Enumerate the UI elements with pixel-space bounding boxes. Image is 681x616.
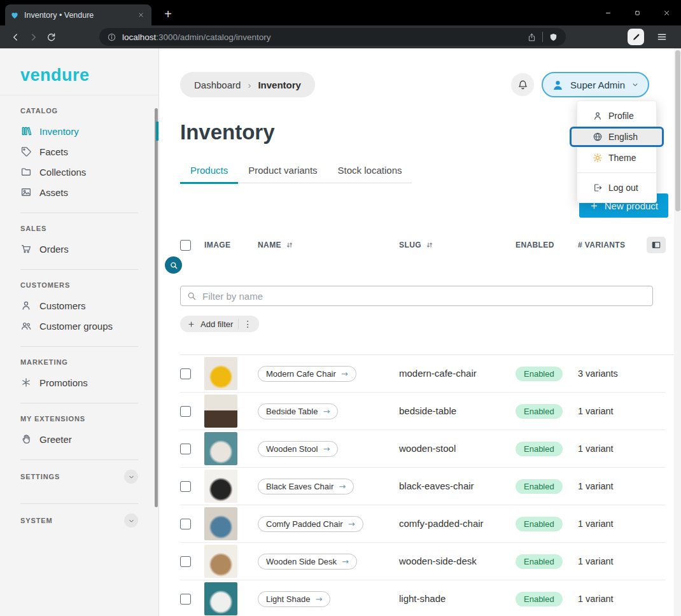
search-button[interactable] <box>165 256 182 274</box>
refresh-button[interactable] <box>42 28 60 46</box>
column-settings-button[interactable] <box>647 237 666 253</box>
row-checkbox[interactable] <box>180 481 191 492</box>
add-filter-button[interactable]: Add filter ⋮ <box>180 316 259 332</box>
browser-menu-button[interactable] <box>653 28 671 46</box>
minimize-icon <box>604 9 612 17</box>
kebab-menu-icon[interactable]: ⋮ <box>238 319 252 329</box>
product-slug: bedside-table <box>399 405 456 416</box>
pencil-icon <box>631 32 641 42</box>
sidebar-item-customer-groups[interactable]: Customer groups <box>0 316 158 336</box>
sidebar-section-system[interactable]: SYSTEM <box>0 504 158 537</box>
maximize-button[interactable] <box>622 0 652 25</box>
vendure-logo: vendure <box>0 48 158 95</box>
sidebar-item-collections[interactable]: Collections <box>0 162 158 182</box>
row-checkbox-cell <box>180 519 204 529</box>
sidebar-item-inventory[interactable]: Inventory <box>0 121 158 141</box>
row-checkbox[interactable] <box>180 406 191 417</box>
product-name-chip[interactable]: Bedside Table→ <box>258 403 338 419</box>
notifications-button[interactable] <box>511 73 534 96</box>
row-checkbox[interactable] <box>180 519 191 529</box>
arrow-right-icon: → <box>348 519 355 529</box>
collapse-toggle-button[interactable] <box>124 514 138 528</box>
product-image <box>204 432 237 465</box>
browser-tab[interactable]: Inventory • Vendure <box>5 4 151 25</box>
facets-icon <box>20 146 32 157</box>
menu-item-english[interactable]: English <box>570 127 664 147</box>
window-controls <box>593 0 681 25</box>
sidebar-section-settings[interactable]: SETTINGS <box>0 460 158 493</box>
forward-button[interactable] <box>24 28 42 46</box>
add-filter-row: Add filter ⋮ <box>180 316 681 332</box>
site-info-icon[interactable] <box>107 32 116 42</box>
menu-item-profile[interactable]: Profile <box>577 106 656 125</box>
menu-item-log-out[interactable]: Log out <box>577 178 656 197</box>
scrollbar-thumb[interactable] <box>675 50 680 211</box>
sidebar-scrollbar[interactable] <box>155 108 158 507</box>
back-button[interactable] <box>6 28 24 46</box>
bell-icon <box>517 79 529 91</box>
collapse-toggle-button[interactable] <box>124 470 138 484</box>
tab-products[interactable]: Products <box>180 160 238 184</box>
menu-item-theme[interactable]: Theme <box>577 148 656 167</box>
filter-input[interactable] <box>180 286 653 306</box>
column-label: ENABLED <box>516 241 554 249</box>
user-menu-button[interactable]: Super Admin <box>542 72 649 97</box>
column-label: NAME <box>258 241 281 249</box>
chevron-down-icon <box>127 473 136 481</box>
sidebar-item-label: Greeter <box>39 434 72 445</box>
browser-navbar: localhost:3000/admin/catalog/inventory <box>0 25 681 48</box>
product-name-chip[interactable]: Comfy Padded Chair→ <box>258 516 363 532</box>
status-badge: Enabled <box>516 367 563 381</box>
column-label: IMAGE <box>204 241 230 249</box>
table-row: Comfy Padded Chair→comfy-padded-chairEna… <box>180 505 666 543</box>
extension-button[interactable] <box>628 29 644 45</box>
close-window-button[interactable] <box>652 0 681 25</box>
tab-stock-locations[interactable]: Stock locations <box>328 160 412 184</box>
select-all-checkbox[interactable] <box>180 240 191 251</box>
row-enabled-cell: Enabled <box>516 592 578 606</box>
sidebar-item-greeter[interactable]: Greeter <box>0 429 158 449</box>
sidebar-item-assets[interactable]: Assets <box>0 182 158 202</box>
sort-icon <box>285 241 294 249</box>
app: vendure CATALOGInventoryFacetsCollection… <box>0 48 681 616</box>
table-row: Wooden Side Desk→wooden-side-deskEnabled… <box>180 543 666 580</box>
status-badge: Enabled <box>516 592 563 606</box>
product-name-chip[interactable]: Black Eaves Chair→ <box>258 479 354 494</box>
column-header-slug[interactable]: SLUG <box>399 241 516 249</box>
new-tab-button[interactable]: + <box>160 7 176 22</box>
row-checkbox[interactable] <box>180 444 191 454</box>
status-badge: Enabled <box>516 517 563 531</box>
row-name-cell: Bedside Table→ <box>258 403 399 419</box>
product-name-chip[interactable]: Modern Cafe Chair→ <box>258 366 356 382</box>
share-icon[interactable] <box>527 32 537 42</box>
sidebar-item-orders[interactable]: Orders <box>0 239 158 259</box>
row-slug-cell: bedside-table <box>399 405 516 417</box>
brave-shield-icon[interactable] <box>549 32 558 42</box>
product-slug: wooden-stool <box>399 443 456 454</box>
plus-icon <box>187 320 195 328</box>
greeter-icon <box>20 433 32 445</box>
sidebar-item-facets[interactable]: Facets <box>0 141 158 162</box>
status-badge: Enabled <box>516 404 563 419</box>
row-checkbox-cell <box>180 368 204 379</box>
product-name-chip[interactable]: Wooden Stool→ <box>258 441 338 457</box>
sidebar-item-customers[interactable]: Customers <box>0 295 158 316</box>
sidebar-item-promotions[interactable]: Promotions <box>0 372 158 393</box>
top-actions: Super Admin <box>511 72 649 97</box>
url-bar[interactable]: localhost:3000/admin/catalog/inventory <box>99 28 566 46</box>
tab-product-variants[interactable]: Product variants <box>238 160 327 184</box>
row-variants-cell: 1 variant <box>578 556 666 567</box>
sidebar-section-label: MY EXTENSIONS <box>0 403 158 429</box>
main-content: Dashboard › Inventory Super Admin Profil… <box>159 48 681 616</box>
minimize-button[interactable] <box>593 0 622 25</box>
breadcrumb-item-dashboard[interactable]: Dashboard <box>194 80 241 90</box>
product-name-chip[interactable]: Wooden Side Desk→ <box>258 554 357 570</box>
column-header-name[interactable]: NAME <box>258 241 399 249</box>
assets-icon <box>20 186 32 198</box>
hamburger-menu-icon <box>656 31 668 43</box>
row-checkbox[interactable] <box>180 594 191 605</box>
tab-close-button[interactable] <box>135 10 146 21</box>
row-checkbox[interactable] <box>180 556 191 567</box>
row-checkbox[interactable] <box>180 368 191 379</box>
product-name-chip[interactable]: Light Shade→ <box>258 591 330 607</box>
